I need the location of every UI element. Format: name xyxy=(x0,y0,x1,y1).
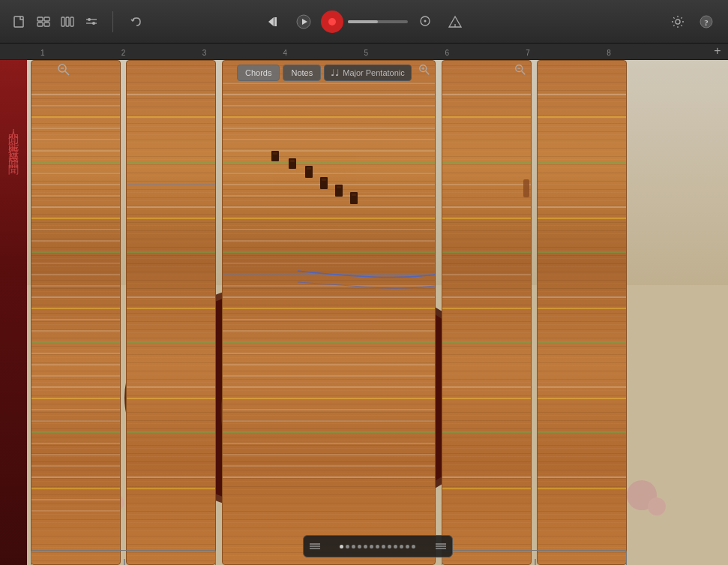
dot-11[interactable] xyxy=(400,545,403,548)
rewind-button[interactable] xyxy=(261,9,286,35)
svg-rect-7 xyxy=(70,17,73,26)
page-dots xyxy=(340,545,415,548)
svg-rect-6 xyxy=(66,17,69,26)
metronome-button[interactable] xyxy=(412,9,438,35)
track-marker-right xyxy=(535,559,536,565)
play-button[interactable] xyxy=(291,9,316,35)
record-button[interactable] xyxy=(321,11,343,33)
dot-3[interactable] xyxy=(352,545,355,548)
svg-rect-146 xyxy=(350,192,358,204)
svg-marker-12 xyxy=(268,17,274,26)
page-next-button[interactable] xyxy=(436,541,446,551)
svg-rect-152 xyxy=(352,194,356,196)
dot-9[interactable] xyxy=(388,545,391,548)
svg-rect-2 xyxy=(44,17,49,21)
timeline-ruler: 1 2 3 4 5 6 7 8 + xyxy=(0,44,728,60)
svg-rect-149 xyxy=(307,167,311,170)
strings-panel-2 xyxy=(126,60,216,565)
svg-rect-147 xyxy=(273,152,277,155)
transport-controls xyxy=(261,9,468,35)
ruler-mark-5: 5 xyxy=(364,49,369,57)
dot-10[interactable] xyxy=(394,545,397,548)
dot-1[interactable] xyxy=(340,545,343,548)
ruler-mark-8: 8 xyxy=(607,49,611,57)
svg-point-17 xyxy=(424,20,426,22)
volume-slider[interactable] xyxy=(348,20,408,23)
zoom-right-1-icon[interactable] xyxy=(514,64,526,78)
dot-4[interactable] xyxy=(358,545,361,548)
chord-note-controls: Chords Notes ♩♩ Major Pentatonic xyxy=(237,65,412,81)
track-outline-right xyxy=(442,550,627,565)
dot-12[interactable] xyxy=(406,545,409,548)
svg-rect-142 xyxy=(289,158,296,169)
right-strings-panel-1 xyxy=(442,60,532,565)
ruler-mark-1: 1 xyxy=(40,49,45,57)
dot-13[interactable] xyxy=(412,545,415,548)
svg-text:?: ? xyxy=(704,17,709,26)
ruler-mark-6: 6 xyxy=(445,49,449,57)
svg-rect-0 xyxy=(14,17,23,27)
track-marker-left xyxy=(124,559,125,565)
svg-rect-148 xyxy=(290,160,295,162)
scale-button[interactable]: ♩♩ Major Pentatonic xyxy=(324,65,412,81)
svg-point-11 xyxy=(92,22,95,25)
dot-5[interactable] xyxy=(364,545,367,548)
svg-rect-145 xyxy=(335,185,343,197)
dot-8[interactable] xyxy=(382,545,385,548)
toolbar-sep-1 xyxy=(112,11,113,32)
svg-point-44 xyxy=(648,497,666,515)
svg-rect-172 xyxy=(523,179,529,197)
strings-panel-1 xyxy=(31,60,121,565)
tuner-button[interactable] xyxy=(442,9,468,35)
main-area: 人間能得幾回聞 xyxy=(0,60,728,565)
svg-point-20 xyxy=(676,20,680,24)
zoom-center-icon[interactable] xyxy=(418,64,430,78)
sliders-button[interactable] xyxy=(81,11,102,32)
svg-line-102 xyxy=(426,71,429,74)
svg-line-154 xyxy=(522,71,525,74)
svg-rect-141 xyxy=(271,151,279,161)
svg-rect-143 xyxy=(305,166,313,178)
undo-button[interactable] xyxy=(124,9,149,35)
ruler-mark-2: 2 xyxy=(121,49,126,57)
svg-rect-4 xyxy=(44,23,49,26)
toolbar-right: ? xyxy=(665,9,719,35)
pagination-bar xyxy=(303,535,453,557)
ruler-mark-7: 7 xyxy=(526,49,530,57)
dot-6[interactable] xyxy=(370,545,373,548)
layout-button[interactable] xyxy=(33,11,54,32)
svg-rect-3 xyxy=(37,23,43,26)
svg-rect-150 xyxy=(322,179,326,181)
ruler-marks: 1 2 3 4 5 6 7 8 xyxy=(27,44,701,59)
ruler-mark-3: 3 xyxy=(202,49,207,57)
svg-rect-5 xyxy=(61,17,64,26)
toolbar: ? xyxy=(0,0,728,44)
new-button[interactable] xyxy=(9,11,30,32)
svg-rect-144 xyxy=(320,177,328,189)
chinese-text: 人間能得幾回聞 xyxy=(5,120,22,162)
instrument-area: Chords Notes ♩♩ Major Pentatonic xyxy=(27,60,728,565)
zoom-left-icon[interactable] xyxy=(57,63,70,80)
dot-7[interactable] xyxy=(376,545,379,548)
svg-rect-151 xyxy=(337,186,341,188)
svg-point-10 xyxy=(88,18,91,21)
svg-rect-1 xyxy=(37,17,43,21)
track-outline-left xyxy=(31,550,216,565)
page-prev-button[interactable] xyxy=(310,541,320,551)
dot-2[interactable] xyxy=(346,545,349,548)
right-strings-panel-2 xyxy=(537,60,627,565)
chords-button[interactable]: Chords xyxy=(237,65,280,81)
svg-rect-13 xyxy=(274,17,277,26)
left-decoration-panel: 人間能得幾回聞 xyxy=(0,60,27,565)
ruler-mark-4: 4 xyxy=(283,49,288,57)
toolbar-left-group xyxy=(9,11,102,32)
notes-button[interactable]: Notes xyxy=(283,65,321,81)
mixer-button[interactable] xyxy=(57,11,78,32)
add-bar-button[interactable]: + xyxy=(710,44,725,59)
preferences-button[interactable] xyxy=(665,9,691,35)
help-button[interactable]: ? xyxy=(694,9,719,35)
center-strings-panel xyxy=(222,60,436,565)
svg-line-99 xyxy=(65,71,69,75)
